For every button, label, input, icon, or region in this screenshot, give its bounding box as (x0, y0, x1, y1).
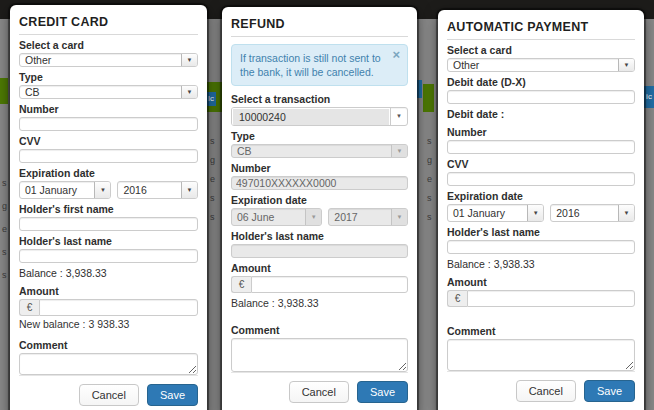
cc-cancel-button[interactable]: Cancel (79, 384, 139, 406)
chevron-down-icon: ▼ (391, 209, 407, 225)
cc-balance-text: Balance : 3,938.33 (19, 268, 198, 279)
chevron-down-icon: ▼ (390, 108, 407, 125)
rf-expiration-month-select-disabled[interactable]: 06 June ▼ (231, 208, 322, 226)
ap-expiration-label: Expiration date (447, 191, 635, 202)
rf-comment-textarea[interactable] (231, 338, 408, 372)
cc-type-label: Type (19, 72, 198, 83)
ap-card-select-value: Other (448, 59, 618, 71)
screen: lc ic s g e s s s g e s s s g e s s CRED… (0, 0, 654, 410)
ap-comment-textarea[interactable] (447, 339, 635, 371)
cc-cvv-input[interactable] (19, 149, 198, 163)
rf-number-input-disabled[interactable] (231, 176, 408, 190)
cc-cvv-label: CVV (19, 136, 198, 147)
rf-last-name-label: Holder's last name (231, 231, 408, 242)
ap-debit-date-input[interactable] (447, 90, 635, 104)
ap-comment-label: Comment (447, 326, 635, 337)
cc-amount-input[interactable] (39, 299, 198, 316)
refund-title: REFUND (231, 7, 408, 37)
chevron-down-icon: ▼ (94, 182, 110, 198)
credit-card-title: CREDIT CARD (19, 5, 198, 35)
ap-expiration-month-select[interactable]: 01 January ▼ (447, 204, 544, 222)
refund-info-alert: If transaction is still not sent to the … (231, 44, 408, 86)
rf-cancel-button[interactable]: Cancel (289, 381, 349, 403)
chevron-down-icon: ▼ (181, 86, 197, 98)
euro-currency-addon: € (19, 299, 39, 316)
ap-last-name-input[interactable] (447, 240, 635, 254)
cc-new-balance-text: New balance : 3 938.33 (19, 318, 198, 330)
rf-number-label: Number (231, 163, 408, 174)
ap-balance-text: Balance : 3,938.33 (447, 259, 635, 270)
chevron-down-icon: ▼ (181, 54, 197, 66)
cc-save-button[interactable]: Save (147, 384, 198, 406)
cc-first-name-input[interactable] (19, 217, 198, 231)
chevron-down-icon: ▼ (618, 205, 634, 221)
ap-cvv-input[interactable] (447, 172, 635, 186)
cc-type-select-value: CB (20, 86, 181, 98)
cc-expiration-year-select[interactable]: 2016 ▼ (117, 181, 198, 199)
chevron-down-icon: ▼ (391, 145, 407, 157)
close-icon[interactable]: × (392, 48, 400, 61)
rf-save-button[interactable]: Save (357, 381, 408, 403)
rf-select-transaction-label: Select a transaction (231, 94, 408, 105)
cc-number-input[interactable] (19, 117, 198, 131)
automatic-payment-modal: AUTOMATIC PAYMENT Select a card Other ▼ … (438, 10, 644, 410)
ap-cancel-button[interactable]: Cancel (516, 380, 576, 402)
cc-amount-label: Amount (19, 286, 198, 297)
chevron-down-icon: ▼ (305, 209, 321, 225)
ap-number-input[interactable] (447, 140, 635, 154)
cc-comment-textarea[interactable] (19, 353, 198, 375)
cc-expiration-month-select[interactable]: 01 January ▼ (19, 181, 111, 199)
rf-amount-label: Amount (231, 263, 408, 274)
background-blue-sliver-gap2 (417, 80, 422, 98)
rf-last-name-input-disabled[interactable] (231, 244, 408, 258)
cc-expiration-month-value: 01 January (20, 184, 94, 196)
ap-number-label: Number (447, 127, 635, 138)
chevron-down-icon: ▼ (527, 205, 543, 221)
rf-expiration-label: Expiration date (231, 195, 408, 206)
background-text-fragments-gap2: s g e s s (427, 132, 432, 227)
ap-card-select[interactable]: Other ▼ (447, 58, 635, 72)
chevron-down-icon: ▼ (181, 182, 197, 198)
background-blue-badge-right: ic (644, 86, 654, 108)
rf-balance-text: Balance : 3,938.33 (231, 297, 408, 309)
ap-debit-date-label: Debit date (D-X) (447, 77, 635, 88)
ap-select-card-label: Select a card (447, 45, 635, 56)
ap-amount-label: Amount (447, 277, 635, 288)
rf-expiration-year-value: 2017 (329, 211, 391, 223)
automatic-payment-title: AUTOMATIC PAYMENT (447, 10, 635, 40)
rf-type-select-disabled[interactable]: CB ▼ (231, 144, 408, 158)
euro-currency-addon: € (231, 276, 251, 293)
cc-last-name-label: Holder's last name (19, 236, 198, 247)
background-green-block-left (0, 78, 8, 104)
rf-transaction-select[interactable]: 10000240 €437.59 | CB | 497010XXXXXX0000… (231, 107, 408, 126)
cc-first-name-label: Holder's first name (19, 204, 198, 215)
rf-type-select-value: CB (232, 145, 391, 157)
rf-comment-label: Comment (231, 325, 408, 336)
background-blue-badge-gap1: lc (206, 92, 216, 106)
rf-expiration-month-value: 06 June (232, 211, 305, 223)
cc-comment-label: Comment (19, 340, 198, 351)
rf-type-label: Type (231, 131, 408, 142)
credit-card-modal: CREDIT CARD Select a card Other ▼ Type C… (10, 5, 207, 410)
cc-card-select[interactable]: Other ▼ (19, 53, 198, 67)
cc-expiration-year-value: 2016 (118, 184, 181, 196)
ap-save-button[interactable]: Save (584, 380, 635, 402)
background-text-fragments-gap1: s g e s s (210, 132, 215, 227)
rf-transaction-id: 10000240 (232, 108, 390, 126)
rf-amount-input[interactable] (251, 276, 408, 293)
ap-expiration-month-value: 01 January (448, 207, 527, 219)
cc-select-card-label: Select a card (19, 40, 198, 51)
chevron-down-icon: ▼ (618, 59, 634, 71)
background-text-fragments-left: s g e s s (2, 172, 7, 287)
cc-expiration-label: Expiration date (19, 168, 198, 179)
ap-amount-input[interactable] (467, 290, 635, 307)
rf-expiration-year-select-disabled[interactable]: 2017 ▼ (328, 208, 408, 226)
ap-expiration-year-select[interactable]: 2016 ▼ (550, 204, 635, 222)
refund-alert-text: If transaction is still not sent to the … (240, 52, 381, 78)
refund-modal: REFUND If transaction is still not sent … (222, 7, 417, 410)
cc-card-select-value: Other (20, 54, 181, 66)
cc-type-select[interactable]: CB ▼ (19, 85, 198, 99)
cc-last-name-input[interactable] (19, 249, 198, 263)
cc-number-label: Number (19, 104, 198, 115)
ap-last-name-label: Holder's last name (447, 227, 635, 238)
